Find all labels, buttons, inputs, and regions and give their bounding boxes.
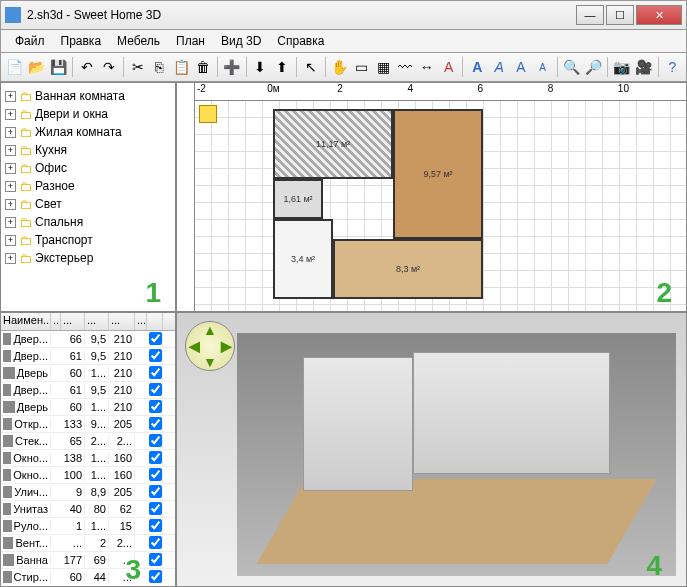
visible-cell[interactable] <box>147 519 163 534</box>
video-button[interactable]: 🎥 <box>634 56 654 78</box>
furniture-row[interactable]: Окно...1001...160 <box>1 467 175 484</box>
pan-tool[interactable]: ✋ <box>330 56 350 78</box>
close-button[interactable]: ✕ <box>636 5 682 25</box>
catalog-category[interactable]: +🗀Жилая комната <box>5 123 171 141</box>
expand-icon[interactable]: + <box>5 181 16 192</box>
visible-checkbox[interactable] <box>149 400 162 413</box>
furniture-row[interactable]: Руло...11...15 <box>1 518 175 535</box>
visible-checkbox[interactable] <box>149 502 162 515</box>
furniture-list-panel[interactable]: Наимен.................. Двер...669,5210… <box>0 312 176 587</box>
visible-cell[interactable] <box>147 570 163 584</box>
new-button[interactable]: 📄 <box>5 56 25 78</box>
menu-help[interactable]: Справка <box>269 32 332 50</box>
catalog-category[interactable]: +🗀Транспорт <box>5 231 171 249</box>
expand-icon[interactable]: + <box>5 217 16 228</box>
visible-checkbox[interactable] <box>149 485 162 498</box>
zoom-in-button[interactable]: 🔍 <box>561 56 581 78</box>
visible-checkbox[interactable] <box>149 383 162 396</box>
nav-right-icon[interactable]: ▶ <box>218 338 234 354</box>
column-header[interactable]: ... <box>109 313 135 330</box>
visible-checkbox[interactable] <box>149 417 162 430</box>
room-living[interactable]: 9,57 м² <box>393 109 483 239</box>
menu-furniture[interactable]: Мебель <box>109 32 168 50</box>
visible-checkbox[interactable] <box>149 434 162 447</box>
import-button[interactable]: ⬇ <box>251 56 271 78</box>
expand-icon[interactable]: + <box>5 91 16 102</box>
furniture-row[interactable]: Вент......22... <box>1 535 175 552</box>
catalog-category[interactable]: +🗀Офис <box>5 159 171 177</box>
minimize-button[interactable]: — <box>576 5 604 25</box>
photo-button[interactable]: 📷 <box>612 56 632 78</box>
cut-button[interactable]: ✂ <box>128 56 148 78</box>
expand-icon[interactable]: + <box>5 127 16 138</box>
visible-checkbox[interactable] <box>149 536 162 549</box>
furniture-row[interactable]: Стир...6044... <box>1 569 175 583</box>
furniture-row[interactable]: Дверь601...210 <box>1 365 175 382</box>
select-tool[interactable]: ↖ <box>301 56 321 78</box>
paste-button[interactable]: 📋 <box>171 56 191 78</box>
catalog-category[interactable]: +🗀Разное <box>5 177 171 195</box>
expand-icon[interactable]: + <box>5 145 16 156</box>
export-button[interactable]: ⬆ <box>272 56 292 78</box>
visible-cell[interactable] <box>147 383 163 398</box>
room-hall[interactable]: 8,3 м² <box>333 239 483 299</box>
compass-icon[interactable] <box>199 105 217 123</box>
column-header[interactable]: ... <box>85 313 109 330</box>
expand-icon[interactable]: + <box>5 109 16 120</box>
zoom-out-button[interactable]: 🔎 <box>583 56 603 78</box>
visible-checkbox[interactable] <box>149 366 162 379</box>
visible-checkbox[interactable] <box>149 570 162 583</box>
plan-2d-panel[interactable]: -20м246810 11,17 м² 9,57 м² 1,61 м² 3,4 … <box>176 82 687 312</box>
room-kitchen[interactable]: 11,17 м² <box>273 109 393 179</box>
text-smaller-button[interactable]: A <box>533 56 553 78</box>
visible-cell[interactable] <box>147 451 163 466</box>
visible-cell[interactable] <box>147 349 163 364</box>
text-italic-button[interactable]: A <box>489 56 509 78</box>
column-header[interactable] <box>147 313 163 330</box>
expand-icon[interactable]: + <box>5 235 16 246</box>
furniture-row[interactable]: Двер...619,5210 <box>1 382 175 399</box>
catalog-category[interactable]: +🗀Двери и окна <box>5 105 171 123</box>
visible-cell[interactable] <box>147 400 163 415</box>
room-tool[interactable]: ▦ <box>373 56 393 78</box>
visible-cell[interactable] <box>147 468 163 483</box>
save-button[interactable]: 💾 <box>49 56 69 78</box>
visible-cell[interactable] <box>147 536 163 551</box>
furniture-row[interactable]: Улич...98,9205 <box>1 484 175 501</box>
room-bath[interactable]: 3,4 м² <box>273 219 333 299</box>
dimension-tool[interactable]: ↔ <box>417 56 437 78</box>
visible-cell[interactable] <box>147 434 163 449</box>
visible-checkbox[interactable] <box>149 519 162 532</box>
nav-left-icon[interactable]: ◀ <box>186 338 202 354</box>
furniture-row[interactable]: Откр...1339...205 <box>1 416 175 433</box>
text-bigger-button[interactable]: A <box>511 56 531 78</box>
menu-edit[interactable]: Правка <box>53 32 110 50</box>
help-button[interactable]: ? <box>662 56 682 78</box>
floorplan[interactable]: 11,17 м² 9,57 м² 1,61 м² 3,4 м² 8,3 м² <box>273 109 483 299</box>
navigation-pad[interactable]: ▲ ◀▶ ▼ <box>185 321 235 371</box>
expand-icon[interactable]: + <box>5 163 16 174</box>
menu-plan[interactable]: План <box>168 32 213 50</box>
column-header[interactable]: ... <box>135 313 147 330</box>
undo-button[interactable]: ↶ <box>77 56 97 78</box>
furniture-row[interactable]: Окно...1381...160 <box>1 450 175 467</box>
catalog-category[interactable]: +🗀Свет <box>5 195 171 213</box>
visible-cell[interactable] <box>147 553 163 568</box>
column-header[interactable]: Наимен... <box>1 313 51 330</box>
furniture-row[interactable]: Унитаз408062 <box>1 501 175 518</box>
redo-button[interactable]: ↷ <box>99 56 119 78</box>
furniture-row[interactable]: Двер...619,5210 <box>1 348 175 365</box>
visible-cell[interactable] <box>147 417 163 432</box>
furniture-row[interactable]: Стек...652...2... <box>1 433 175 450</box>
render-3d[interactable] <box>237 333 676 576</box>
nav-down-icon[interactable]: ▼ <box>202 354 218 370</box>
column-header[interactable]: ... <box>51 313 61 330</box>
add-furniture-button[interactable]: ➕ <box>222 56 242 78</box>
column-header[interactable]: ... <box>61 313 85 330</box>
text-bold-button[interactable]: A <box>467 56 487 78</box>
maximize-button[interactable]: ☐ <box>606 5 634 25</box>
text-tool[interactable]: A <box>439 56 459 78</box>
visible-checkbox[interactable] <box>149 553 162 566</box>
furniture-row[interactable]: Двер...669,5210 <box>1 331 175 348</box>
wall-tool[interactable]: ▭ <box>352 56 372 78</box>
